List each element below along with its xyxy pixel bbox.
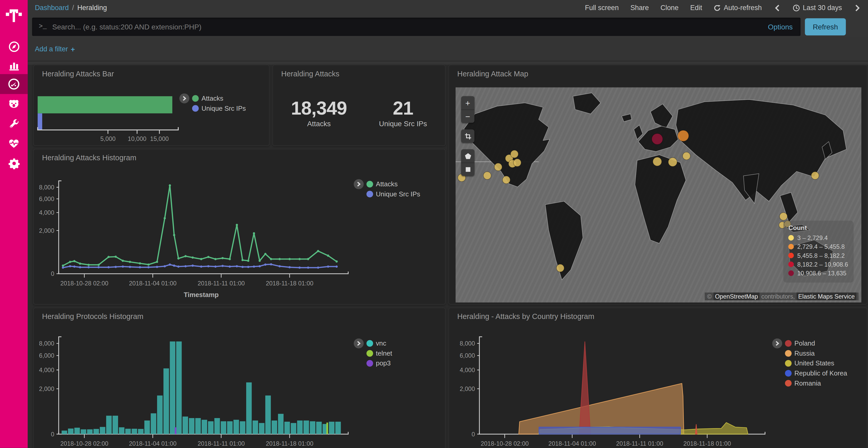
map-attack-marker[interactable] <box>678 130 689 141</box>
terminal-prompt-icon: >_ <box>39 23 47 30</box>
map-attack-marker[interactable] <box>494 163 502 171</box>
search-bar-row: >_ Options Refresh <box>28 15 868 38</box>
panel-title[interactable]: Heralding Attack Map <box>457 70 528 78</box>
edit-button[interactable]: Edit <box>690 4 702 12</box>
sidebar-item-monitoring[interactable] <box>0 133 28 153</box>
legend-toggle-button[interactable] <box>772 338 782 348</box>
map-attack-marker[interactable] <box>483 172 491 179</box>
svg-text:2018-11-18 01:00: 2018-11-18 01:00 <box>266 440 313 447</box>
map-attack-marker[interactable] <box>502 176 510 184</box>
bar-chart-icon <box>8 59 20 71</box>
gauge-icon <box>8 78 20 90</box>
legend-dot <box>367 181 373 187</box>
map-controls: + − <box>461 96 474 182</box>
world-map[interactable]: + − <box>456 88 862 303</box>
legend-toggle-button[interactable] <box>354 179 364 189</box>
svg-text:8,000: 8,000 <box>39 184 54 191</box>
svg-text:6,000: 6,000 <box>39 352 54 359</box>
svg-text:0: 0 <box>51 271 54 277</box>
sidebar-item-management[interactable] <box>0 153 28 173</box>
metric-value: 18,349 <box>291 97 347 119</box>
breadcrumb-dashboard-link[interactable]: Dashboard <box>35 4 69 12</box>
metric-attacks: 18,349 Attacks <box>291 97 347 128</box>
metric-unique-src-ips: 21 Unique Src IPs <box>379 97 427 128</box>
rectangle-icon <box>464 166 471 173</box>
legend-item-telnet[interactable]: telnet <box>367 348 392 358</box>
auto-refresh-button[interactable]: Auto-refresh <box>714 4 762 12</box>
map-attack-marker[interactable] <box>653 157 661 166</box>
search-options-link[interactable]: Options <box>768 23 793 31</box>
legend-range-3: 5,455.8 – 8,182.2 <box>788 251 848 260</box>
sidebar-item-visualize[interactable] <box>0 55 28 75</box>
svg-text:5,000: 5,000 <box>100 136 116 142</box>
map-zoom-out-button[interactable]: − <box>461 109 474 123</box>
legend-item-republic-of-korea[interactable]: Republic of Korea <box>785 368 847 378</box>
sidebar-item-honeypot[interactable] <box>0 94 28 114</box>
map-draw-rectangle-button[interactable] <box>461 163 474 176</box>
legend-item-pop3[interactable]: pop3 <box>367 358 392 369</box>
clone-button[interactable]: Clone <box>660 4 679 12</box>
legend-item-romania[interactable]: Romania <box>785 378 847 388</box>
legend-item-russia[interactable]: Russia <box>785 348 847 358</box>
openstreetmap-link[interactable]: OpenStreetMap <box>713 292 760 300</box>
map-fit-bounds-button[interactable] <box>461 129 474 142</box>
time-forward-button[interactable] <box>854 4 861 11</box>
full-screen-button[interactable]: Full screen <box>585 4 619 12</box>
legend-item-unique-src-ips[interactable]: Unique Src IPs <box>192 103 246 113</box>
legend-dot <box>785 370 792 377</box>
map-attack-marker[interactable] <box>513 159 521 167</box>
legend-dot <box>785 380 792 387</box>
elastic-maps-service-link[interactable]: Elastic Maps Service <box>797 292 857 300</box>
add-filter-button[interactable]: Add a filter+ <box>35 45 75 54</box>
legend-toggle-button[interactable] <box>354 338 364 348</box>
legend-dot <box>367 340 373 347</box>
search-input[interactable] <box>51 22 768 31</box>
map-draw-polygon-button[interactable] <box>461 149 474 163</box>
panel-attacks-metric: Heralding Attacks 18,349 Attacks 21 Uniq… <box>272 65 445 146</box>
svg-text:4,000: 4,000 <box>39 367 54 373</box>
sidebar-item-dashboard[interactable] <box>0 74 28 94</box>
svg-text:4,000: 4,000 <box>460 367 475 373</box>
chevron-right-icon <box>182 96 187 101</box>
legend-dot <box>788 244 794 249</box>
time-back-button[interactable] <box>773 4 781 11</box>
svg-text:2018-10-28 02:00: 2018-10-28 02:00 <box>60 440 108 447</box>
sidebar-item-discover[interactable] <box>0 36 28 56</box>
map-attack-marker[interactable] <box>780 213 787 220</box>
legend-dot <box>192 95 199 102</box>
share-button[interactable]: Share <box>630 4 649 12</box>
legend-range-2: 2,729.4 – 5,455.8 <box>788 242 848 251</box>
sidebar-item-devtools[interactable] <box>0 114 28 134</box>
panel-title[interactable]: Heralding Attacks <box>281 70 339 78</box>
legend-toggle-button[interactable] <box>179 94 189 103</box>
map-attack-marker[interactable] <box>668 158 677 167</box>
legend-item-vnc[interactable]: vnc <box>367 338 392 348</box>
map-attack-marker[interactable] <box>556 264 564 272</box>
map-attack-marker[interactable] <box>652 133 663 144</box>
legend-item-unique-src-ips[interactable]: Unique Src IPs <box>367 189 420 199</box>
time-range-picker[interactable]: Last 30 days <box>793 4 842 12</box>
filter-bar: Add a filter+ <box>28 38 868 61</box>
chevron-left-icon <box>774 4 780 11</box>
legend-item-united-states[interactable]: United States <box>785 358 847 369</box>
svg-text:2,000: 2,000 <box>460 385 475 392</box>
legend-dot <box>788 271 794 276</box>
map-attack-marker[interactable] <box>510 150 518 158</box>
map-attack-marker[interactable] <box>683 152 690 160</box>
top-chrome: Dashboard / Heralding Full screen Share … <box>28 0 868 65</box>
metric-value: 21 <box>379 97 427 119</box>
svg-text:2018-11-11 01:00: 2018-11-11 01:00 <box>197 280 245 287</box>
telekom-logo[interactable] <box>0 3 28 28</box>
legend-item-attacks[interactable]: Attacks <box>367 179 420 189</box>
map-attack-marker[interactable] <box>811 172 819 179</box>
chevron-right-icon <box>774 341 780 346</box>
legend-dot <box>367 191 373 198</box>
map-zoom-in-button[interactable]: + <box>461 96 474 109</box>
legend-dot <box>788 253 794 258</box>
refresh-button[interactable]: Refresh <box>805 18 846 35</box>
legend-item-poland[interactable]: Poland <box>785 338 847 348</box>
breadcrumb-separator: / <box>72 4 74 12</box>
protocols-legend: vnc telnet pop3 <box>354 338 392 368</box>
legend-item-attacks[interactable]: Attacks <box>192 94 246 103</box>
metric-label: Unique Src IPs <box>379 119 427 128</box>
